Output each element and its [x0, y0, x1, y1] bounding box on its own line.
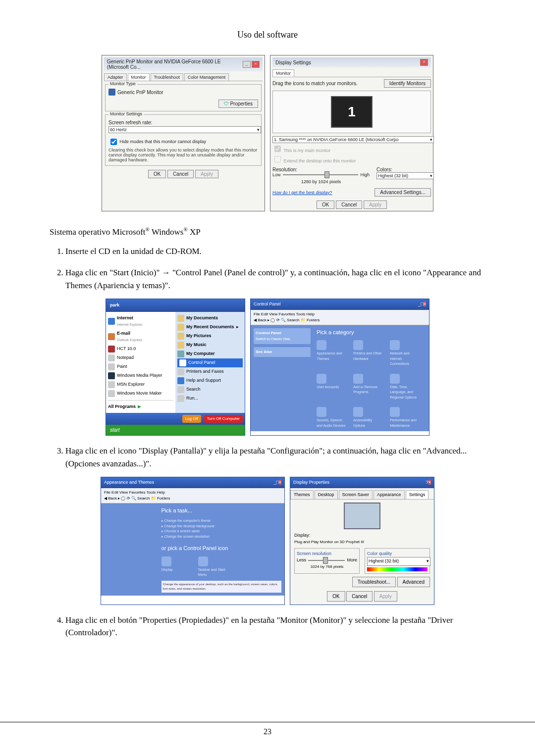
dp-res-slider[interactable]: Less More: [297, 557, 357, 564]
dp-color-label: Color quality: [367, 551, 428, 557]
cat-addremove[interactable]: Add or Remove Programs: [353, 374, 383, 401]
sm-hct[interactable]: HCT 10.0: [108, 345, 173, 353]
step-3: Haga clic en el icono "Display (Pantalla…: [65, 445, 485, 605]
sm-control-panel[interactable]: Control Panel: [177, 358, 243, 367]
sm-email[interactable]: E-mailOutlook Express: [108, 329, 173, 345]
ok-button[interactable]: OK: [317, 201, 334, 209]
display-device-dropdown[interactable]: 1. Samsung **** on NVIDIA GeForce 6600 L…: [272, 136, 434, 143]
best-display-link[interactable]: How do I get the best display?: [272, 190, 332, 195]
sm-search[interactable]: Search: [177, 385, 243, 394]
tab-appearance[interactable]: Appearance: [374, 490, 405, 500]
cat-printers[interactable]: Printers and Other Hardware: [353, 340, 383, 367]
sm-my-music[interactable]: My Music: [177, 341, 243, 350]
cat-appearance[interactable]: Appearance and Themes: [317, 340, 346, 367]
step-4: Haga clic en el botón "Properties (Propi…: [65, 614, 485, 639]
apply-button[interactable]: Apply: [374, 591, 397, 602]
hide-modes-checkbox[interactable]: Hide modes that this monitor cannot disp…: [108, 137, 258, 147]
colors-label: Colors:: [376, 167, 431, 172]
sm-my-pictures[interactable]: My Pictures: [177, 332, 243, 341]
cat-datetime[interactable]: Date, Time, Language, and Regional Optio…: [390, 374, 420, 401]
ok-button[interactable]: OK: [148, 170, 166, 178]
display-settings-titlebar: Display Settings ×: [272, 57, 431, 67]
turnoff-button[interactable]: Turn Off Computer: [204, 415, 243, 423]
sm-my-computer[interactable]: My Computer: [177, 350, 243, 358]
tab-settings[interactable]: Settings: [406, 490, 429, 500]
logoff-button[interactable]: Log Off: [182, 415, 201, 423]
icon-display[interactable]: Display: [161, 556, 191, 578]
maximize-icon[interactable]: □: [276, 480, 278, 485]
sm-run[interactable]: Run...: [177, 394, 243, 403]
tab-themes[interactable]: Themes: [290, 490, 314, 500]
tab-adapter[interactable]: Adapter: [104, 73, 127, 81]
start-button[interactable]: start: [106, 425, 245, 435]
tab-troubleshoot[interactable]: Troubleshoot: [151, 73, 183, 81]
apply-button[interactable]: Apply: [364, 201, 387, 209]
identify-monitors-button[interactable]: Identify Monitors: [384, 79, 431, 88]
dp-advanced-button[interactable]: Advanced: [397, 577, 430, 587]
display-settings-dialog: Display Settings × Monitor Drag the icon…: [270, 55, 433, 211]
sm-help[interactable]: Help and Support: [177, 376, 243, 385]
task-bg[interactable]: ▸ Change the desktop background: [161, 524, 281, 529]
apply-button[interactable]: Apply: [195, 170, 218, 178]
tab-color-management[interactable]: Color Management: [184, 73, 229, 81]
dp-color-dropdown[interactable]: Highest (32 bit)▾: [367, 557, 430, 566]
tab-screensaver[interactable]: Screen Saver: [339, 490, 373, 500]
sm-paint[interactable]: Paint: [108, 362, 173, 371]
colors-dropdown[interactable]: Highest (32 bit)▾: [376, 172, 434, 179]
properties-button[interactable]: 🛡 Properties: [218, 100, 258, 108]
sm-wmm[interactable]: Windows Movie Maker: [108, 389, 173, 398]
chevron-down-icon: ▾: [430, 137, 432, 142]
cat-performance[interactable]: Performance and Maintenance: [390, 407, 420, 428]
refresh-rate-label: Screen refresh rate:: [108, 120, 258, 125]
task-ss[interactable]: ▸ Choose a screen saver: [161, 529, 281, 534]
icon-taskbar[interactable]: Taskbar and Start Menu: [198, 556, 228, 578]
tab-desktop[interactable]: Desktop: [315, 490, 338, 500]
cat-sounds[interactable]: Sounds, Speech, and Audio Devices: [317, 407, 346, 428]
cat-network[interactable]: Network and Internet Connections: [390, 340, 420, 367]
close-icon[interactable]: ×: [279, 480, 281, 485]
sm-recent-docs[interactable]: My Recent Documents ▸: [177, 323, 243, 332]
tab-monitor2[interactable]: Monitor: [272, 69, 294, 77]
drag-text: Drag the icons to match your monitors.: [272, 81, 358, 86]
sm-printers[interactable]: Printers and Faxes: [177, 367, 243, 376]
dp-res-label: Screen resolution: [297, 551, 357, 557]
cat-users[interactable]: User Accounts: [317, 374, 346, 401]
cancel-button[interactable]: Cancel: [346, 591, 373, 602]
task-res[interactable]: ▸ Change the screen resolution: [161, 534, 281, 540]
cancel-button[interactable]: Cancel: [167, 170, 194, 178]
page-number: 23: [0, 727, 535, 736]
close-icon[interactable]: ×: [420, 59, 428, 66]
sm-wmp[interactable]: Windows Media Player: [108, 371, 173, 380]
minimize-icon[interactable]: _: [243, 61, 251, 68]
task-theme[interactable]: ▸ Change the computer's theme: [161, 518, 281, 524]
advanced-settings-button[interactable]: Advanced Settings...: [374, 188, 431, 197]
ok-button[interactable]: OK: [327, 591, 345, 602]
main-monitor-checkbox: This is my main monitor: [272, 144, 431, 153]
monitor-dialog-tabs: Adapter Monitor Troubleshoot Color Manag…: [104, 73, 263, 81]
sm-my-documents[interactable]: My Documents: [177, 314, 243, 323]
cat-accessibility[interactable]: Accessibility Options: [353, 407, 383, 428]
cp-classic-link[interactable]: Switch to Classic View: [256, 337, 290, 341]
chevron-right-icon: ▸: [236, 324, 239, 331]
color-bar: [367, 567, 428, 571]
close-icon[interactable]: ×: [428, 480, 431, 485]
tab-monitor[interactable]: Monitor: [128, 73, 150, 81]
refresh-rate-dropdown[interactable]: 60 Hertz▾: [108, 126, 261, 133]
or-pick-icon-title: or pick a Control Panel icon: [161, 544, 281, 553]
close-icon[interactable]: ×: [424, 302, 426, 306]
monitor-thumb[interactable]: 1: [331, 96, 373, 128]
close-icon[interactable]: ×: [252, 61, 260, 68]
resolution-slider[interactable]: Low High: [272, 172, 370, 177]
help-icon[interactable]: ?: [426, 480, 428, 485]
dp-troubleshoot-button[interactable]: Troubleshoot...: [352, 577, 396, 587]
sm-all-programs[interactable]: All Programs ▶: [108, 403, 173, 411]
maximize-icon[interactable]: □: [421, 302, 423, 306]
cancel-button[interactable]: Cancel: [336, 201, 362, 209]
dp-monitor-preview: [344, 503, 380, 529]
sm-notepad[interactable]: Notepad: [108, 353, 173, 362]
sm-msn[interactable]: MSN Explorer: [108, 380, 173, 389]
sm-internet[interactable]: InternetInternet Explorer: [108, 314, 173, 329]
step-1: Inserte el CD en la unidad de CD-ROM.: [65, 245, 485, 258]
monitor-type-group: Monitor Type Generic PnP Monitor 🛡 Prope…: [105, 84, 262, 111]
footer-divider: [0, 722, 535, 722]
